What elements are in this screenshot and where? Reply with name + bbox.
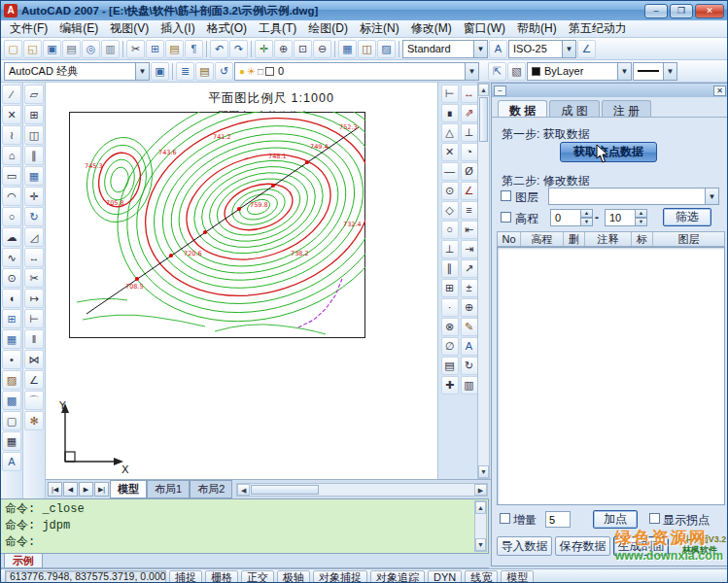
palette-minimize-icon[interactable]: − bbox=[494, 86, 506, 96]
save-data-button[interactable]: 保存数据 bbox=[555, 536, 610, 556]
status-toggle-2[interactable]: 栅格 bbox=[205, 570, 238, 583]
quick-dim-icon[interactable]: ≡ bbox=[461, 201, 478, 220]
snap-from-icon[interactable]: ⊢ bbox=[441, 85, 459, 103]
construction-line-icon[interactable]: ✕ bbox=[2, 105, 21, 124]
snap-none-icon[interactable]: ∅ bbox=[441, 337, 459, 356]
layer-walk-icon[interactable]: ▧ bbox=[507, 62, 526, 81]
stretch-icon[interactable]: ↔ bbox=[24, 248, 44, 267]
break-at-point-icon[interactable]: ⊢ bbox=[24, 309, 44, 328]
status-toggle-7[interactable]: DYN bbox=[428, 570, 462, 583]
status-toggle-9[interactable]: 模型 bbox=[501, 570, 534, 583]
snap-apparent-intersection-icon[interactable]: ✚ bbox=[441, 376, 459, 394]
layer-previous-icon[interactable]: ↺ bbox=[215, 62, 233, 81]
join-icon[interactable]: ⋈ bbox=[24, 350, 44, 369]
elevation-from-stepper[interactable]: 0 ▲▼ bbox=[550, 209, 593, 226]
chevron-down-icon[interactable]: ▼ bbox=[705, 189, 718, 204]
snap-node-icon[interactable]: · bbox=[441, 298, 459, 317]
paste-icon[interactable]: ▤ bbox=[165, 40, 184, 58]
dim-center-mark-icon[interactable]: ⊕ bbox=[461, 298, 478, 317]
break-icon[interactable]: ‖ bbox=[24, 329, 44, 349]
snap-quadrant-icon[interactable]: ◇ bbox=[441, 201, 459, 220]
status-toggle-8[interactable]: 线宽 bbox=[465, 570, 498, 583]
osnap-settings-icon[interactable]: ▤ bbox=[441, 357, 459, 375]
menu-item-5[interactable]: 格式(O) bbox=[201, 19, 253, 38]
chevron-down-icon[interactable]: ▼ bbox=[473, 41, 487, 57]
status-toggle-5[interactable]: 对象捕捉 bbox=[313, 570, 367, 583]
stepper-up-icon[interactable]: ▲ bbox=[635, 209, 647, 218]
dim-edit-icon[interactable]: ✎ bbox=[461, 318, 478, 336]
layer-on-icon[interactable]: ● bbox=[239, 66, 245, 77]
hatch-icon[interactable]: ▨ bbox=[2, 370, 21, 390]
revision-cloud-icon[interactable]: ☁ bbox=[2, 227, 21, 247]
status-toggle-1[interactable]: 捕捉 bbox=[169, 570, 202, 583]
layer-lock-icon[interactable]: □ bbox=[258, 66, 263, 77]
text-style-combo[interactable]: Standard ▼ bbox=[402, 40, 488, 58]
horizontal-scrollbar[interactable]: ◀ ▶ bbox=[236, 483, 488, 497]
match-properties-icon[interactable]: ¶ bbox=[185, 40, 203, 58]
sample-tab[interactable]: 示例 bbox=[4, 554, 43, 568]
point-table-list[interactable] bbox=[497, 247, 725, 505]
plot-icon[interactable]: ▤ bbox=[62, 40, 81, 58]
menu-item-11[interactable]: 帮助(H) bbox=[511, 19, 563, 38]
insert-block-icon[interactable]: ⊞ bbox=[2, 309, 21, 328]
menu-item-12[interactable]: 第五纪动力 bbox=[563, 19, 633, 38]
new-file-icon[interactable]: ▢ bbox=[4, 40, 22, 58]
copy-icon[interactable]: ⊞ bbox=[146, 40, 164, 58]
designcenter-icon[interactable]: ◫ bbox=[358, 40, 376, 58]
rectangle-icon[interactable]: ▭ bbox=[2, 166, 21, 186]
dim-update-icon[interactable]: ↻ bbox=[461, 357, 478, 375]
explode-icon[interactable]: ✻ bbox=[24, 411, 44, 430]
snap-midpoint-icon[interactable]: △ bbox=[441, 123, 459, 142]
snap-insert-icon[interactable]: ⊞ bbox=[441, 279, 459, 297]
spline-icon[interactable]: ∿ bbox=[2, 248, 21, 267]
zoom-previous-icon[interactable]: ⊖ bbox=[313, 40, 331, 58]
polyline-icon[interactable]: ≀ bbox=[2, 125, 21, 145]
gradient-icon[interactable]: ▩ bbox=[2, 391, 21, 410]
snap-tangent-icon[interactable]: ○ bbox=[441, 221, 459, 239]
dim-ordinate-icon[interactable]: ⊥ bbox=[461, 123, 478, 142]
horizontal-scrollbar-thumb[interactable] bbox=[251, 485, 319, 495]
plot-preview-icon[interactable]: ◎ bbox=[82, 40, 100, 58]
dim-radius-icon[interactable]: ◔ bbox=[461, 143, 478, 161]
elevation-from-value[interactable]: 0 bbox=[550, 209, 580, 226]
dim-angular-icon[interactable]: ∠ bbox=[461, 182, 478, 200]
status-toggle-3[interactable]: 正交 bbox=[241, 570, 274, 583]
open-icon[interactable]: ◱ bbox=[23, 40, 42, 58]
pan-icon[interactable]: ✛ bbox=[255, 40, 273, 58]
menu-item-4[interactable]: 插入(I) bbox=[155, 19, 200, 38]
minimize-button[interactable]: – bbox=[644, 4, 668, 18]
coordinate-readout[interactable]: 613776.7948, 837575.3719, 0.0000 bbox=[5, 570, 166, 583]
tab-nav-button-4[interactable]: ▶| bbox=[94, 482, 109, 497]
dim-style-manager-icon[interactable]: ▥ bbox=[461, 376, 478, 394]
dim-text-edit-icon[interactable]: A bbox=[461, 337, 478, 356]
elevation-filter-checkbox[interactable] bbox=[501, 212, 511, 223]
table-header-1[interactable]: No bbox=[498, 232, 521, 246]
make-object-layer-icon[interactable]: ⇱ bbox=[488, 62, 506, 81]
layer-combo[interactable]: ● ☀ □ 0 ▼ bbox=[234, 62, 479, 81]
table-header-3[interactable]: 删 bbox=[564, 232, 585, 246]
close-button[interactable]: ✕ bbox=[695, 4, 724, 18]
palette-tab-2[interactable]: 成 图 bbox=[549, 100, 599, 117]
dim-style-combo[interactable]: ISO-25 ▼ bbox=[508, 40, 576, 58]
table-header-5[interactable]: 标 bbox=[632, 232, 653, 246]
erase-icon[interactable]: ▱ bbox=[24, 85, 44, 104]
layer-filter-combo[interactable]: ▼ bbox=[548, 188, 719, 205]
increment-checkbox[interactable] bbox=[500, 513, 510, 524]
linetype-combo[interactable]: ▼ bbox=[633, 62, 677, 81]
table-icon[interactable]: ▦ bbox=[2, 431, 21, 451]
import-data-button[interactable]: 导入数据 bbox=[497, 536, 552, 556]
arc-icon[interactable]: ◠ bbox=[2, 187, 21, 206]
point-icon[interactable]: • bbox=[2, 350, 21, 369]
scale-icon[interactable]: ◿ bbox=[24, 227, 44, 247]
circle-icon[interactable]: ○ bbox=[2, 207, 21, 226]
save-workspace-icon[interactable]: ▣ bbox=[151, 62, 169, 81]
extend-icon[interactable]: ↦ bbox=[24, 289, 44, 308]
mirror-icon[interactable]: ◫ bbox=[24, 125, 44, 145]
publish-icon[interactable]: ▥ bbox=[101, 40, 120, 58]
status-toggle-4[interactable]: 极轴 bbox=[277, 570, 310, 583]
cut-icon[interactable]: ✂ bbox=[126, 40, 145, 58]
ellipse-icon[interactable]: ⊙ bbox=[2, 268, 21, 288]
dim-diameter-icon[interactable]: Ø bbox=[461, 162, 478, 181]
polygon-icon[interactable]: ⌂ bbox=[2, 146, 21, 165]
snap-endpoint-icon[interactable]: ∎ bbox=[441, 104, 459, 122]
